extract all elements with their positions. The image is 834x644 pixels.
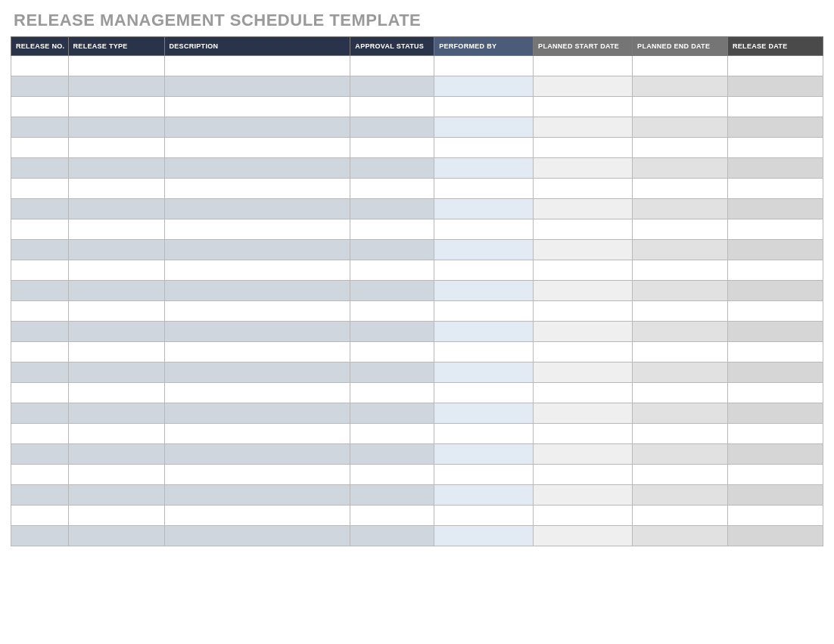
cell-performed_by[interactable] [434,219,534,240]
cell-description[interactable] [164,260,350,281]
cell-release_no[interactable] [11,383,69,403]
cell-approval_status[interactable] [350,56,434,76]
cell-planned_end_date[interactable] [633,444,728,465]
cell-approval_status[interactable] [350,342,434,362]
cell-release_no[interactable] [11,322,69,342]
cell-release_type[interactable] [68,465,164,485]
cell-planned_end_date[interactable] [633,179,728,199]
cell-planned_end_date[interactable] [633,219,728,240]
cell-release_date[interactable] [728,199,823,219]
cell-planned_end_date[interactable] [633,117,728,138]
cell-approval_status[interactable] [350,301,434,322]
cell-approval_status[interactable] [350,383,434,403]
cell-release_date[interactable] [728,301,823,322]
cell-release_date[interactable] [728,465,823,485]
cell-performed_by[interactable] [434,322,534,342]
cell-planned_start_date[interactable] [534,199,633,219]
cell-performed_by[interactable] [434,424,534,444]
cell-release_type[interactable] [68,56,164,76]
cell-planned_start_date[interactable] [534,219,633,240]
cell-release_date[interactable] [728,362,823,383]
cell-performed_by[interactable] [434,526,534,546]
cell-planned_start_date[interactable] [534,117,633,138]
cell-planned_start_date[interactable] [534,301,633,322]
cell-planned_end_date[interactable] [633,362,728,383]
cell-planned_end_date[interactable] [633,322,728,342]
cell-performed_by[interactable] [434,56,534,76]
cell-planned_start_date[interactable] [534,424,633,444]
cell-release_no[interactable] [11,444,69,465]
cell-planned_start_date[interactable] [534,138,633,158]
cell-performed_by[interactable] [434,158,534,179]
cell-planned_end_date[interactable] [633,56,728,76]
cell-planned_end_date[interactable] [633,403,728,424]
cell-approval_status[interactable] [350,322,434,342]
cell-planned_end_date[interactable] [633,281,728,301]
cell-approval_status[interactable] [350,465,434,485]
cell-release_no[interactable] [11,117,69,138]
cell-release_type[interactable] [68,383,164,403]
cell-release_type[interactable] [68,240,164,260]
cell-release_date[interactable] [728,138,823,158]
cell-description[interactable] [164,444,350,465]
cell-planned_end_date[interactable] [633,526,728,546]
cell-release_type[interactable] [68,138,164,158]
cell-description[interactable] [164,301,350,322]
cell-release_type[interactable] [68,485,164,506]
cell-performed_by[interactable] [434,179,534,199]
cell-description[interactable] [164,383,350,403]
cell-planned_end_date[interactable] [633,158,728,179]
cell-release_type[interactable] [68,117,164,138]
cell-release_type[interactable] [68,281,164,301]
cell-performed_by[interactable] [434,465,534,485]
cell-planned_start_date[interactable] [534,465,633,485]
cell-performed_by[interactable] [434,301,534,322]
cell-release_no[interactable] [11,362,69,383]
cell-planned_end_date[interactable] [633,76,728,97]
cell-planned_start_date[interactable] [534,362,633,383]
cell-approval_status[interactable] [350,117,434,138]
cell-release_type[interactable] [68,179,164,199]
cell-approval_status[interactable] [350,138,434,158]
cell-description[interactable] [164,403,350,424]
cell-release_type[interactable] [68,506,164,526]
cell-release_type[interactable] [68,260,164,281]
cell-approval_status[interactable] [350,240,434,260]
cell-planned_end_date[interactable] [633,199,728,219]
cell-release_no[interactable] [11,76,69,97]
cell-performed_by[interactable] [434,485,534,506]
cell-release_date[interactable] [728,506,823,526]
cell-release_no[interactable] [11,97,69,117]
cell-release_type[interactable] [68,322,164,342]
cell-approval_status[interactable] [350,506,434,526]
cell-performed_by[interactable] [434,97,534,117]
cell-performed_by[interactable] [434,506,534,526]
cell-release_no[interactable] [11,56,69,76]
cell-release_date[interactable] [728,56,823,76]
cell-performed_by[interactable] [434,362,534,383]
cell-approval_status[interactable] [350,97,434,117]
cell-performed_by[interactable] [434,383,534,403]
cell-approval_status[interactable] [350,260,434,281]
cell-planned_end_date[interactable] [633,342,728,362]
cell-planned_start_date[interactable] [534,444,633,465]
cell-performed_by[interactable] [434,117,534,138]
cell-description[interactable] [164,485,350,506]
cell-release_type[interactable] [68,199,164,219]
cell-release_date[interactable] [728,76,823,97]
cell-approval_status[interactable] [350,424,434,444]
cell-planned_start_date[interactable] [534,179,633,199]
cell-performed_by[interactable] [434,138,534,158]
cell-release_no[interactable] [11,219,69,240]
cell-release_no[interactable] [11,485,69,506]
cell-description[interactable] [164,158,350,179]
cell-planned_start_date[interactable] [534,403,633,424]
cell-planned_end_date[interactable] [633,485,728,506]
cell-release_date[interactable] [728,526,823,546]
cell-planned_start_date[interactable] [534,97,633,117]
cell-planned_end_date[interactable] [633,424,728,444]
cell-release_no[interactable] [11,281,69,301]
cell-planned_end_date[interactable] [633,138,728,158]
cell-release_no[interactable] [11,342,69,362]
cell-release_no[interactable] [11,403,69,424]
